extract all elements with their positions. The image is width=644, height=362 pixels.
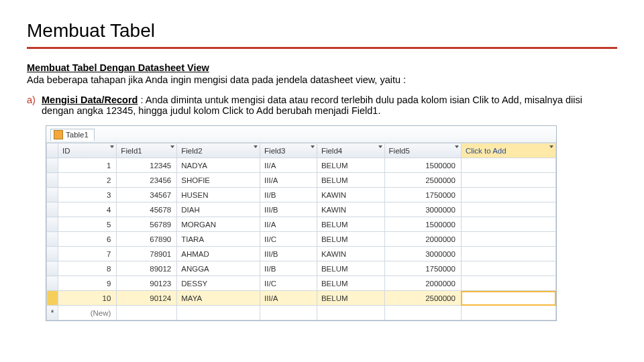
col-header-id[interactable]: ID bbox=[58, 143, 117, 158]
row-selector[interactable] bbox=[47, 291, 58, 306]
cell-field1[interactable]: 78901 bbox=[117, 247, 177, 261]
cell-field5[interactable]: 1750000 bbox=[384, 188, 461, 202]
cell-field3[interactable]: III/B bbox=[260, 202, 317, 217]
cell-field3[interactable]: II/C bbox=[260, 232, 317, 247]
cell-click-to-add[interactable] bbox=[461, 261, 555, 276]
cell-field3[interactable]: III/B bbox=[260, 247, 317, 261]
cell-new-f1[interactable] bbox=[117, 306, 177, 320]
cell-field2[interactable]: DESSY bbox=[177, 276, 260, 291]
cell-field5[interactable]: 2000000 bbox=[384, 232, 461, 247]
cell-click-to-add[interactable] bbox=[461, 188, 555, 202]
cell-field3[interactable]: II/C bbox=[260, 276, 317, 291]
cell-field2[interactable]: HUSEN bbox=[177, 188, 260, 202]
col-header-field2[interactable]: Field2 bbox=[177, 143, 260, 158]
row-selector[interactable] bbox=[47, 173, 58, 188]
cell-id[interactable]: 1 bbox=[58, 158, 117, 173]
cell-id[interactable]: 4 bbox=[58, 202, 117, 217]
cell-field4[interactable]: BELUM bbox=[317, 232, 384, 247]
row-selector[interactable] bbox=[47, 158, 58, 173]
cell-id[interactable]: 5 bbox=[58, 217, 117, 232]
cell-field5[interactable]: 2500000 bbox=[384, 173, 461, 188]
cell-field3[interactable]: II/B bbox=[260, 188, 317, 202]
cell-field4[interactable]: BELUM bbox=[317, 217, 384, 232]
cell-id[interactable]: 10 bbox=[58, 291, 117, 306]
col-header-click-to-add[interactable]: Click to Add bbox=[461, 143, 555, 158]
cell-field1[interactable]: 67890 bbox=[117, 232, 177, 247]
cell-field5[interactable]: 2000000 bbox=[384, 276, 461, 291]
cell-new-add[interactable] bbox=[461, 306, 555, 320]
cell-id[interactable]: 8 bbox=[58, 261, 117, 276]
cell-click-to-add[interactable] bbox=[461, 232, 555, 247]
row-selector[interactable] bbox=[47, 202, 58, 217]
cell-field1[interactable]: 89012 bbox=[117, 261, 177, 276]
cell-field2[interactable]: NADYA bbox=[177, 158, 260, 173]
row-selector[interactable] bbox=[47, 276, 58, 291]
cell-field3[interactable]: II/B bbox=[260, 261, 317, 276]
cell-id[interactable]: 3 bbox=[58, 188, 117, 202]
cell-id[interactable]: 9 bbox=[58, 276, 117, 291]
cell-new-f4[interactable] bbox=[317, 306, 384, 320]
cell-field5[interactable]: 1500000 bbox=[384, 158, 461, 173]
row-selector[interactable] bbox=[47, 232, 58, 247]
cell-field3[interactable]: III/A bbox=[260, 173, 317, 188]
cell-field5[interactable]: 2500000 bbox=[384, 291, 461, 306]
cell-new-f5[interactable] bbox=[384, 306, 461, 320]
click-to-add-label: Click to Add bbox=[466, 147, 506, 155]
cell-field5[interactable]: 3000000 bbox=[384, 202, 461, 217]
cell-new-id[interactable]: (New) bbox=[58, 306, 117, 320]
cell-id[interactable]: 7 bbox=[58, 247, 117, 261]
cell-id[interactable]: 6 bbox=[58, 232, 117, 247]
cell-field5[interactable]: 1750000 bbox=[384, 261, 461, 276]
cell-click-to-add[interactable] bbox=[461, 217, 555, 232]
cell-field2[interactable]: TIARA bbox=[177, 232, 260, 247]
cell-field4[interactable]: BELUM bbox=[317, 291, 384, 306]
cell-field4[interactable]: KAWIN bbox=[317, 202, 384, 217]
cell-field1[interactable]: 90123 bbox=[117, 276, 177, 291]
cell-new-f3[interactable] bbox=[260, 306, 317, 320]
cell-field2[interactable]: MORGAN bbox=[177, 217, 260, 232]
cell-id[interactable]: 2 bbox=[58, 173, 117, 188]
cell-field4[interactable]: BELUM bbox=[317, 261, 384, 276]
cell-click-to-add[interactable] bbox=[461, 158, 555, 173]
cell-field1[interactable]: 23456 bbox=[117, 173, 177, 188]
cell-click-to-add[interactable] bbox=[461, 276, 555, 291]
cell-field4[interactable]: KAWIN bbox=[317, 247, 384, 261]
col-header-field5[interactable]: Field5 bbox=[384, 143, 461, 158]
cell-click-to-add[interactable] bbox=[461, 247, 555, 261]
cell-click-to-add[interactable] bbox=[461, 291, 555, 306]
datasheet-tab[interactable]: Table1 bbox=[50, 129, 95, 141]
row-selector[interactable] bbox=[47, 261, 58, 276]
cell-field3[interactable]: II/A bbox=[260, 217, 317, 232]
cell-field2[interactable]: SHOFIE bbox=[177, 173, 260, 188]
cell-field2[interactable]: ANGGA bbox=[177, 261, 260, 276]
cell-field2[interactable]: DIAH bbox=[177, 202, 260, 217]
cell-field2[interactable]: MAYA bbox=[177, 291, 260, 306]
cell-field3[interactable]: III/A bbox=[260, 291, 317, 306]
cell-field1[interactable]: 56789 bbox=[117, 217, 177, 232]
col-header-field3[interactable]: Field3 bbox=[260, 143, 317, 158]
row-selector[interactable] bbox=[47, 188, 58, 202]
cell-field5[interactable]: 1500000 bbox=[384, 217, 461, 232]
col-header-field1[interactable]: Field1 bbox=[117, 143, 177, 158]
cell-field1[interactable]: 34567 bbox=[117, 188, 177, 202]
row-selector-header[interactable] bbox=[47, 143, 58, 158]
cell-field4[interactable]: BELUM bbox=[317, 173, 384, 188]
row-selector[interactable] bbox=[47, 247, 58, 261]
cell-field2[interactable]: AHMAD bbox=[177, 247, 260, 261]
cell-field1[interactable]: 90124 bbox=[117, 291, 177, 306]
cell-field4[interactable]: BELUM bbox=[317, 276, 384, 291]
row-selector[interactable] bbox=[47, 217, 58, 232]
cell-field3[interactable]: II/A bbox=[260, 158, 317, 173]
cell-field5[interactable]: 3000000 bbox=[384, 247, 461, 261]
row-selector-new[interactable]: * bbox=[47, 306, 58, 320]
table-row: 1090124MAYAIII/ABELUM2500000 bbox=[47, 291, 556, 306]
cell-field1[interactable]: 12345 bbox=[117, 158, 177, 173]
chevron-down-icon bbox=[549, 145, 553, 148]
col-header-field4[interactable]: Field4 bbox=[317, 143, 384, 158]
cell-field1[interactable]: 45678 bbox=[117, 202, 177, 217]
cell-field4[interactable]: KAWIN bbox=[317, 188, 384, 202]
cell-click-to-add[interactable] bbox=[461, 202, 555, 217]
cell-click-to-add[interactable] bbox=[461, 173, 555, 188]
cell-field4[interactable]: BELUM bbox=[317, 158, 384, 173]
cell-new-f2[interactable] bbox=[177, 306, 260, 320]
